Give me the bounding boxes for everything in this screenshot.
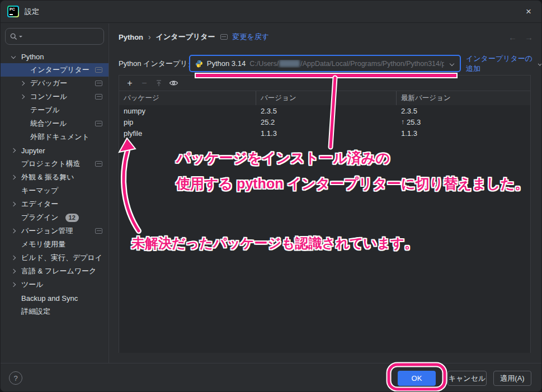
upgrade-available-icon[interactable]: ↑ <box>401 118 404 126</box>
package-name: pip <box>119 118 256 126</box>
chevron-spacer <box>12 162 15 166</box>
sidebar-item[interactable]: 言語 & フレームワーク <box>1 265 109 278</box>
redacted-username <box>279 60 300 67</box>
add-interpreter-label[interactable]: インタープリターの追加 <box>466 54 535 74</box>
add-interpreter-link[interactable]: インタープリターの追加 <box>466 55 541 72</box>
sidebar-item-label: 言語 & フレームワーク <box>21 266 96 276</box>
plugins-count-badge: 12 <box>65 214 79 222</box>
sidebar-item[interactable]: 統合ツール <box>1 117 109 130</box>
column-header-version[interactable]: バージョン <box>256 91 397 105</box>
sidebar-item[interactable]: エディター <box>1 197 109 211</box>
breadcrumb-python[interactable]: Python <box>119 33 143 41</box>
sidebar-item[interactable]: 外観 & 振る舞い <box>1 171 109 184</box>
eye-icon[interactable] <box>167 77 180 89</box>
sidebar-item[interactable]: Python <box>1 50 109 63</box>
chevron-spacer <box>12 216 15 219</box>
footer-bar: ? OK キャンセル 適用(A) <box>1 363 541 391</box>
sidebar-item-label: プラグイン <box>21 212 59 223</box>
apply-button[interactable]: 適用(A) <box>493 371 531 386</box>
sidebar-item[interactable]: コンソール <box>1 90 109 103</box>
search-history-caret-icon[interactable] <box>19 36 22 37</box>
package-version: 2.3.5 <box>256 107 397 115</box>
chevron-right-icon[interactable] <box>20 81 25 86</box>
sidebar-item[interactable]: テーブル <box>1 103 109 117</box>
chevron-right-icon[interactable] <box>11 269 16 273</box>
chevron-right-icon[interactable] <box>11 148 16 153</box>
table-row[interactable]: numpy2.3.52.3.5 <box>119 105 530 116</box>
table-row[interactable]: plyfile1.1.31.1.3 <box>119 127 530 139</box>
settings-tree: Pythonインタープリターデバッガーコンソールテーブル統合ツール外部ドキュメン… <box>1 50 109 318</box>
chevron-right-icon[interactable] <box>11 202 16 206</box>
search-icon <box>10 33 17 40</box>
chevron-spacer <box>21 135 24 139</box>
title-bar: PC 設定 × <box>1 1 541 23</box>
back-arrow-icon[interactable]: ← <box>508 32 517 42</box>
sidebar-item[interactable]: プロジェクト構造 <box>1 157 109 171</box>
breadcrumb-interpreter[interactable]: インタープリター <box>156 32 215 42</box>
per-project-icon <box>95 81 102 86</box>
sidebar-item[interactable]: プラグイン12 <box>1 211 109 224</box>
per-project-icon <box>95 161 102 167</box>
sidebar-item[interactable]: ツール <box>1 278 109 291</box>
packages-table-header: パッケージ バージョン 最新バージョン <box>119 91 530 105</box>
sidebar-item-label: デバッガー <box>30 78 67 88</box>
chevron-spacer <box>21 108 24 112</box>
sidebar-item[interactable]: メモリ使用量 <box>1 238 109 251</box>
chevron-right-icon[interactable] <box>11 175 16 180</box>
revert-changes-link[interactable]: 変更を戻す <box>233 32 270 42</box>
close-icon[interactable]: × <box>522 6 535 17</box>
chevron-down-icon[interactable] <box>11 54 16 59</box>
packages-panel: + − パッケージ バージョン 最新バージョン numpy2.3.52.3. <box>119 75 531 353</box>
sidebar-item[interactable]: ビルド、実行、デプロイ <box>1 251 109 265</box>
cancel-button[interactable]: キャンセル <box>447 371 487 386</box>
package-name: numpy <box>119 107 256 115</box>
table-row[interactable]: pip25.2↑25.3 <box>119 116 530 127</box>
add-package-icon[interactable]: + <box>124 77 136 89</box>
history-nav: ← → <box>508 29 533 45</box>
chevron-right-icon[interactable] <box>11 229 16 233</box>
per-project-icon <box>95 67 102 73</box>
search-input[interactable] <box>5 28 104 45</box>
chevron-spacer <box>12 310 15 313</box>
chevron-right-icon[interactable] <box>11 282 16 287</box>
sidebar-item-label: テーブル <box>30 105 60 115</box>
sidebar-item[interactable]: Jupyter <box>1 144 109 157</box>
column-header-latest[interactable]: 最新バージョン <box>397 91 530 105</box>
package-latest-version: ↑25.3 <box>397 118 530 126</box>
breadcrumb-separator: › <box>148 32 151 41</box>
sidebar-item[interactable]: 詳細設定 <box>1 305 109 318</box>
sidebar-divider <box>109 23 109 363</box>
chevron-spacer <box>21 122 24 125</box>
sidebar-item-label: 外観 & 振る舞い <box>21 172 74 182</box>
sidebar-item-label: インタープリター <box>30 65 89 75</box>
chevron-down-icon <box>538 62 542 66</box>
sidebar-item[interactable]: デバッガー <box>1 77 109 90</box>
forward-arrow-icon[interactable]: → <box>525 32 533 42</box>
interpreter-combobox[interactable]: Python 3.14 C:/Users//AppData/Local/Prog… <box>189 55 461 72</box>
sidebar-item[interactable]: インタープリター <box>1 63 109 77</box>
sidebar-item-label: Python <box>21 53 44 61</box>
latest-version-value: 2.3.5 <box>401 107 417 115</box>
remove-package-icon[interactable]: − <box>138 77 150 89</box>
sidebar-item[interactable]: バージョン管理 <box>1 224 109 238</box>
per-project-icon <box>95 94 102 100</box>
pycharm-logo-icon: PC <box>7 6 19 17</box>
sidebar-item[interactable]: キーマップ <box>1 184 109 197</box>
upgrade-package-icon[interactable] <box>153 77 165 89</box>
package-latest-version: 2.3.5 <box>397 107 530 115</box>
chevron-spacer <box>12 296 15 300</box>
chevron-right-icon[interactable] <box>11 256 16 260</box>
chevron-spacer <box>12 243 15 246</box>
package-latest-version: 1.1.3 <box>397 129 530 138</box>
help-button[interactable]: ? <box>9 371 22 385</box>
sidebar-item[interactable]: Backup and Sync <box>1 291 109 305</box>
ok-button[interactable]: OK <box>398 371 436 386</box>
latest-version-value: 1.1.3 <box>401 129 417 138</box>
column-header-package[interactable]: パッケージ <box>119 91 256 105</box>
latest-version-value: 25.3 <box>407 118 421 126</box>
chevron-down-icon[interactable] <box>450 62 454 66</box>
sidebar-item[interactable]: 外部ドキュメント <box>1 130 109 144</box>
per-project-icon <box>220 34 228 40</box>
chevron-right-icon[interactable] <box>20 95 25 99</box>
sidebar-item-label: ビルド、実行、デプロイ <box>21 253 102 263</box>
